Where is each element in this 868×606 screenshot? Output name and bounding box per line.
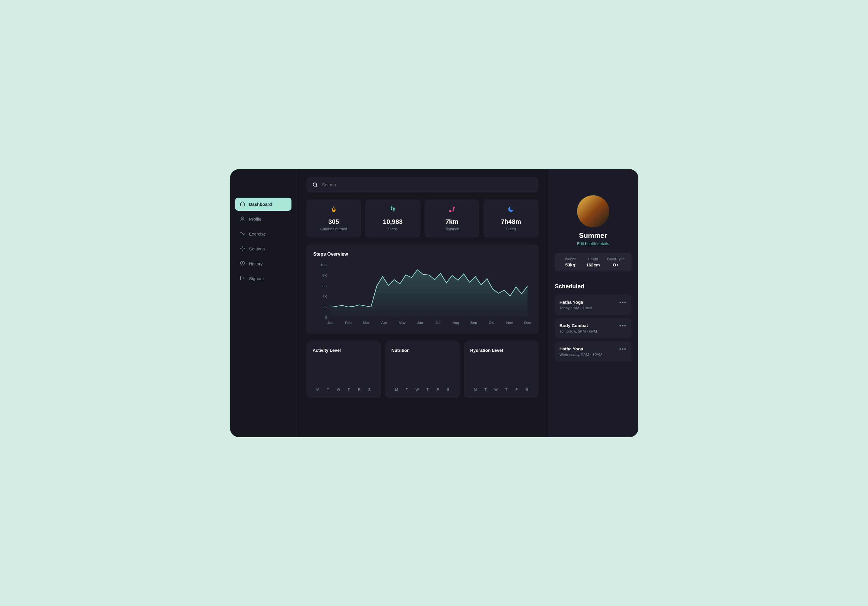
mini-card-hydration-level[interactable]: Hydration LevelMTWTFS xyxy=(464,341,539,398)
bars xyxy=(313,361,375,384)
stat-value: 305 xyxy=(313,218,355,226)
day-label: S xyxy=(364,388,374,392)
stat-label: Calories burned xyxy=(313,227,355,231)
day-label: M xyxy=(392,388,402,392)
sidebar-item-settings[interactable]: Settings xyxy=(235,242,291,255)
svg-point-7 xyxy=(393,207,395,210)
stat-label: Distance xyxy=(431,227,473,231)
hs-label: Height xyxy=(582,257,604,261)
day-label: S xyxy=(443,388,453,392)
sidebar-item-label: Settings xyxy=(249,246,265,251)
user-icon xyxy=(240,216,245,222)
mini-title: Nutrition xyxy=(392,348,453,353)
sidebar-item-exercise[interactable]: Exercise xyxy=(235,227,291,241)
search-icon xyxy=(312,182,318,188)
more-icon[interactable]: ••• xyxy=(619,300,627,306)
stats-row: 305Calories burned10,983Steps7kmDistance… xyxy=(306,199,539,238)
profile-panel: Summer Edit health details Weight53kgHei… xyxy=(548,169,639,437)
x-tick: Aug xyxy=(452,321,459,325)
x-tick: Nov xyxy=(506,321,513,325)
y-tick: 4K xyxy=(322,294,327,298)
logout-icon xyxy=(240,275,245,281)
x-tick: Sep xyxy=(470,321,477,325)
day-label: T xyxy=(480,388,491,392)
scheduled-item[interactable]: Hatha YogaToday, 9AM - 10AM••• xyxy=(555,295,631,315)
scheduled-list: Hatha YogaToday, 9AM - 10AM•••Body Comba… xyxy=(555,295,631,362)
sched-info: Hatha YogaWednesday, 9AM - 10AM xyxy=(560,346,603,357)
sidebar: DashboardProfileExerciseSettingsHistoryS… xyxy=(230,169,297,437)
svg-point-10 xyxy=(453,207,454,208)
sidebar-item-label: Signout xyxy=(249,276,264,281)
health-stats: Weight53kgHeight162cmBlood TypeO+ xyxy=(555,253,631,271)
x-tick: Mar xyxy=(363,321,369,325)
dumbbell-icon xyxy=(240,231,245,237)
sched-time: Wednesday, 9AM - 10AM xyxy=(560,352,603,357)
x-tick: Dec xyxy=(524,321,531,325)
day-label: W xyxy=(412,388,422,392)
svg-point-1 xyxy=(242,247,243,249)
home-icon xyxy=(240,201,245,207)
sidebar-item-dashboard[interactable]: Dashboard xyxy=(235,198,291,211)
svg-point-8 xyxy=(393,210,395,211)
stat-card-steps[interactable]: 10,983Steps xyxy=(365,199,420,238)
y-tick: 2K xyxy=(322,305,327,309)
sidebar-item-signout[interactable]: Signout xyxy=(235,272,291,285)
more-icon[interactable]: ••• xyxy=(619,323,627,329)
user-name: Summer xyxy=(555,232,631,240)
stat-value: 10,983 xyxy=(372,218,414,226)
app-container: DashboardProfileExerciseSettingsHistoryS… xyxy=(230,169,639,437)
hs-value: 53kg xyxy=(559,262,582,267)
scheduled-item[interactable]: Body CombatTomorrow, 5PM - 6PM••• xyxy=(555,318,631,338)
stat-card-distance[interactable]: 7kmDistance xyxy=(425,199,480,238)
day-label: M xyxy=(470,388,480,392)
edit-health-link[interactable]: Edit health details xyxy=(555,241,631,246)
route-icon xyxy=(431,206,473,215)
stat-card-calories-burned[interactable]: 305Calories burned xyxy=(306,199,361,238)
y-tick: 8K xyxy=(322,274,327,277)
stat-card-sleep[interactable]: 7h48mSleep xyxy=(484,199,539,238)
x-tick: Jun xyxy=(417,321,423,325)
stat-label: Steps xyxy=(372,227,414,231)
x-tick: Jul xyxy=(435,321,440,325)
clock-icon xyxy=(240,261,245,267)
svg-point-0 xyxy=(242,217,243,219)
y-tick: 0 xyxy=(325,315,327,319)
day-label: F xyxy=(512,388,522,392)
day-label: T xyxy=(343,388,353,392)
health-stat-blood-type: Blood TypeO+ xyxy=(604,257,627,267)
stat-value: 7km xyxy=(431,218,473,226)
stat-value: 7h48m xyxy=(490,218,532,226)
svg-line-4 xyxy=(316,186,317,187)
chart-area xyxy=(330,270,527,317)
chart-title: Steps Overview xyxy=(313,252,532,257)
x-tick: Jan xyxy=(327,321,333,325)
search-input[interactable] xyxy=(322,182,533,187)
x-tick: Apr xyxy=(381,321,387,325)
health-stat-height: Height162cm xyxy=(582,257,604,267)
stat-label: Sleep xyxy=(490,227,532,231)
mini-card-activity-level[interactable]: Activity LevelMTWTFS xyxy=(306,341,381,398)
avatar[interactable] xyxy=(577,195,609,227)
flame-icon xyxy=(313,206,355,215)
day-label: T xyxy=(402,388,412,392)
sched-name: Hatha Yoga xyxy=(560,346,603,351)
sidebar-item-history[interactable]: History xyxy=(235,257,291,270)
sched-info: Hatha YogaToday, 9AM - 10AM xyxy=(560,300,592,310)
x-tick: Feb xyxy=(345,321,352,325)
footprints-icon xyxy=(372,206,414,215)
svg-point-5 xyxy=(391,206,392,209)
day-label: W xyxy=(333,388,343,392)
sidebar-item-label: Dashboard xyxy=(249,202,272,207)
more-icon[interactable]: ••• xyxy=(619,346,627,352)
search-bar[interactable] xyxy=(306,177,539,192)
sidebar-item-profile[interactable]: Profile xyxy=(235,212,291,226)
mini-charts-row: Activity LevelMTWTFSNutritionMTWTFSHydra… xyxy=(306,341,539,398)
day-label: W xyxy=(491,388,501,392)
sched-time: Today, 9AM - 10AM xyxy=(560,306,592,310)
main-content: 305Calories burned10,983Steps7kmDistance… xyxy=(297,169,548,437)
scheduled-item[interactable]: Hatha YogaWednesday, 9AM - 10AM••• xyxy=(555,342,631,362)
hs-label: Blood Type xyxy=(604,257,627,261)
labels-row: MTWTFS xyxy=(313,388,375,392)
mini-card-nutrition[interactable]: NutritionMTWTFS xyxy=(385,341,460,398)
day-label: F xyxy=(433,388,443,392)
